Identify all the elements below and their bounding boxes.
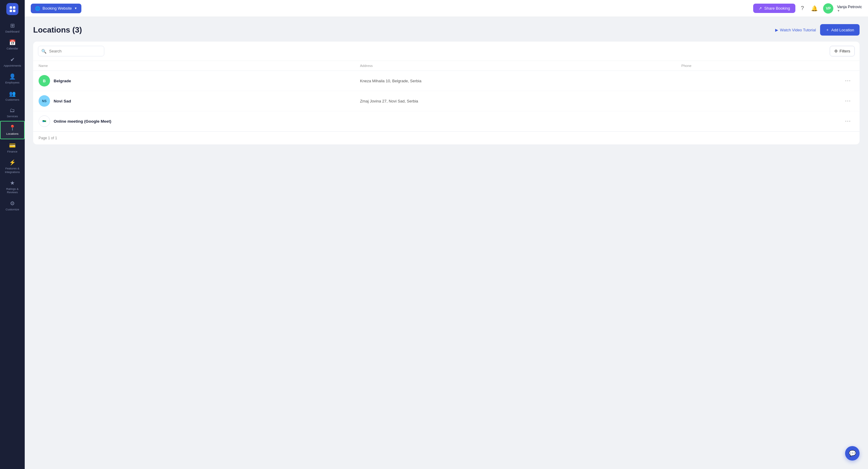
plus-icon: ＋ [826, 27, 830, 33]
sidebar-item-label: Ratings & Reviews [2, 187, 23, 194]
dashboard-icon: ⊞ [10, 22, 15, 29]
filters-button[interactable]: ⚙ Filters [830, 46, 855, 56]
help-icon: ? [801, 5, 804, 11]
google-meet-icon [38, 116, 50, 127]
col-phone: Phone [681, 64, 842, 67]
avatar-initials: VP [826, 6, 831, 10]
page-header-actions: ▶ Watch Video Tutorial ＋ Add Location [775, 24, 860, 36]
table-row: Online meeting (Google Meet) ··· [33, 111, 860, 131]
watch-video-label: Watch Video Tutorial [780, 28, 816, 32]
page-title: Locations (3) [33, 25, 82, 35]
finance-icon: 💳 [9, 142, 16, 149]
table-row: NS Novi Sad Zmaj Jovina 27, Novi Sad, Se… [33, 91, 860, 111]
location-address: Kneza Mihaila 10, Belgrade, Serbia [360, 79, 681, 83]
share-icon: ↗ [758, 6, 762, 10]
globe-icon: 🌐 [35, 6, 40, 11]
pagination: Page 1 of 1 [33, 131, 860, 145]
chat-icon: 💬 [849, 450, 856, 457]
location-name-cell: B Belgrade [38, 75, 360, 87]
table-row: B Belgrade Kneza Mihaila 10, Belgrade, S… [33, 71, 860, 91]
sidebar-item-label: Calendar [7, 47, 19, 50]
sidebar-item-employees[interactable]: 👤 Employees [0, 70, 25, 87]
sidebar-item-features[interactable]: ⚡ Features & Integrations [0, 156, 25, 177]
location-name: Novi Sad [54, 99, 71, 103]
share-booking-label: Share Booking [764, 6, 790, 10]
booking-website-button[interactable]: 🌐 Booking Website ▼ [31, 4, 82, 13]
sidebar-item-label: Appointments [4, 64, 21, 67]
sidebar-item-label: Finance [7, 150, 18, 153]
search-bar: 🔍 ⚙ Filters [33, 41, 860, 61]
page-header: Locations (3) ▶ Watch Video Tutorial ＋ A… [33, 24, 860, 36]
col-actions [842, 64, 854, 67]
avatar[interactable]: VP [823, 3, 833, 13]
booking-website-label: Booking Website [42, 6, 72, 10]
sidebar-item-ratings[interactable]: ★ Ratings & Reviews [0, 177, 25, 197]
app-logo[interactable] [6, 3, 19, 15]
user-chevron-icon: ▼ [837, 9, 862, 12]
sidebar-item-label: Services [7, 115, 18, 118]
sidebar-item-finance[interactable]: 💳 Finance [0, 139, 25, 156]
share-booking-button[interactable]: ↗ Share Booking [753, 4, 795, 13]
filters-label: Filters [840, 49, 850, 53]
sidebar-item-customers[interactable]: 👥 Customers [0, 87, 25, 104]
chat-fab[interactable]: 💬 [845, 446, 860, 461]
sidebar-item-label: Dashboard [5, 30, 19, 33]
more-options-button[interactable]: ··· [842, 117, 854, 125]
customers-icon: 👥 [9, 90, 16, 97]
more-options-button[interactable]: ··· [842, 97, 854, 105]
sidebar-item-locations[interactable]: 📍 Locations [0, 121, 25, 139]
sidebar-item-label: Features & Integrations [2, 167, 23, 174]
sidebar-item-appointments[interactable]: ✔ Appointments [0, 53, 25, 70]
location-name: Belgrade [54, 79, 71, 83]
page-content: Locations (3) ▶ Watch Video Tutorial ＋ A… [25, 17, 868, 469]
sidebar-item-calendar[interactable]: 📅 Calendar [0, 36, 25, 53]
bell-icon: 🔔 [811, 5, 818, 11]
topbar: 🌐 Booking Website ▼ ↗ Share Booking ? 🔔 … [25, 0, 868, 17]
sidebar: ⊞ Dashboard 📅 Calendar ✔ Appointments 👤 … [0, 0, 25, 469]
sidebar-item-label: Employees [5, 81, 20, 84]
search-icon: 🔍 [41, 49, 46, 54]
table-header: Name Address Phone [33, 61, 860, 71]
avatar-initials: NS [42, 99, 46, 103]
col-address: Address [360, 64, 681, 67]
filters-icon: ⚙ [834, 49, 838, 53]
location-address: Zmaj Jovina 27, Novi Sad, Serbia [360, 99, 681, 103]
avatar-initials: B [43, 79, 45, 83]
col-name: Name [38, 64, 360, 67]
search-input[interactable] [38, 46, 104, 56]
ratings-icon: ★ [10, 180, 15, 186]
location-name: Online meeting (Google Meet) [54, 119, 111, 124]
add-location-button[interactable]: ＋ Add Location [820, 24, 860, 36]
play-icon: ▶ [775, 28, 778, 32]
sidebar-item-customize[interactable]: ⚙ Customize [0, 197, 25, 214]
chevron-down-icon: ▼ [74, 7, 77, 10]
user-name: Vanja Petrovic [837, 4, 862, 9]
more-options-button[interactable]: ··· [842, 77, 854, 85]
search-wrapper: 🔍 [38, 46, 827, 56]
sidebar-item-label: Customers [5, 98, 19, 101]
sidebar-item-label: Customize [6, 208, 19, 211]
sidebar-item-label: Locations [6, 132, 19, 135]
location-avatar: NS [38, 95, 50, 107]
services-icon: 🗂 [10, 107, 15, 114]
calendar-icon: 📅 [9, 39, 16, 46]
location-name-cell: Online meeting (Google Meet) [38, 116, 360, 127]
sidebar-item-services[interactable]: 🗂 Services [0, 104, 25, 121]
locations-card: 🔍 ⚙ Filters Name Address Phone B [33, 41, 860, 145]
location-name-cell: NS Novi Sad [38, 95, 360, 107]
appointments-icon: ✔ [10, 56, 15, 63]
main-area: 🌐 Booking Website ▼ ↗ Share Booking ? 🔔 … [25, 0, 868, 469]
location-avatar: B [38, 75, 50, 87]
add-location-label: Add Location [831, 28, 854, 32]
sidebar-item-dashboard[interactable]: ⊞ Dashboard [0, 19, 25, 36]
notifications-button[interactable]: 🔔 [809, 3, 819, 13]
user-info[interactable]: Vanja Petrovic ▼ [837, 4, 862, 12]
pagination-text: Page 1 of 1 [38, 136, 57, 140]
customize-icon: ⚙ [10, 200, 15, 207]
watch-video-button[interactable]: ▶ Watch Video Tutorial [775, 28, 816, 32]
employees-icon: 👤 [9, 73, 16, 80]
features-icon: ⚡ [9, 159, 16, 166]
locations-icon: 📍 [9, 124, 16, 131]
help-button[interactable]: ? [799, 3, 806, 13]
